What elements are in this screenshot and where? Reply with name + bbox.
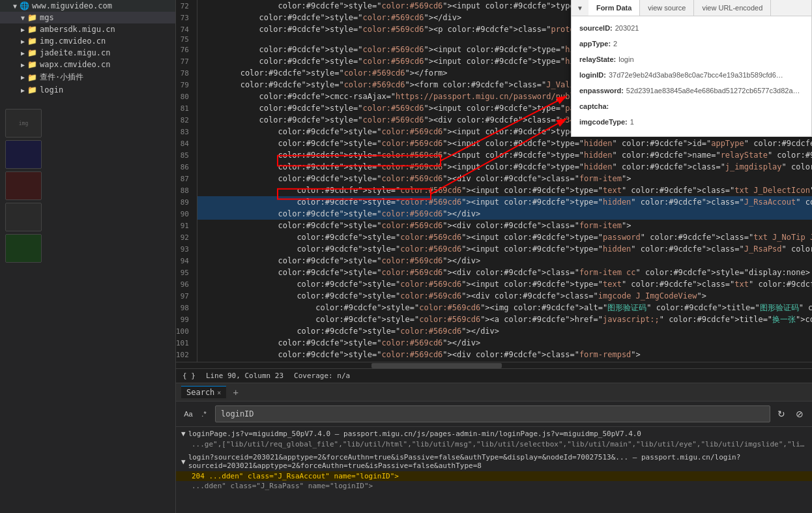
tab-view-source[interactable]: view source [640,0,694,16]
sidebar-item-wapx[interactable]: ▶ 📁 wapx.cmvideo.cn [0,59,175,70]
line-number: 204 [192,472,205,480]
case-sensitive-button[interactable]: Aa [181,407,196,421]
result-group-2: ▼ login?sourceid=203021&apptype=2&forceA… [176,450,812,492]
line-code[interactable]: color:#9cdcfe">style="color:#569cd6"><in… [197,149,812,161]
sidebar-item-jadeite[interactable]: ▶ 📁 jadeite.migu.cn [0,47,175,59]
line-code[interactable]: color:#9cdcfe">style="color:#569cd6"><in… [197,278,812,290]
result-group-1: ▼ loginPage.js?v=miguidmp_50pV7.4.0 — pa… [176,427,812,450]
line-code[interactable]: color:#9cdcfe">style="color:#569cd6"><in… [197,184,812,196]
add-tab-button[interactable]: + [229,386,242,399]
line-code[interactable]: color:#9cdcfe">style="color:#569cd6"><di… [197,290,812,302]
form-data-row: captcha: [579,100,804,113]
sidebar-item-img[interactable]: ▶ 📁 img.cmvideo.cn [0,35,175,47]
refresh-button[interactable]: ↻ [774,407,789,421]
line-code[interactable]: color:#9cdcfe">style="color:#569cd6"><in… [197,138,812,149]
clear-button[interactable]: ⊘ [792,407,807,421]
folder-icon: 📁 [27,48,37,57]
horizontal-scrollbar[interactable] [176,362,812,368]
scrollbar-thumb[interactable] [371,363,502,368]
form-data-row: loginID:37d72e9eb24d3aba98e8c0ac7bcc4e19… [579,68,804,81]
form-data-value: 37d72e9eb24d3aba98e8c0ac7bcc4e19a31b589c… [609,68,785,81]
result-line-1-2[interactable]: ...ge",["lib/util/req_global_file","lib/… [176,439,812,449]
folder-icon: 📁 [27,37,37,46]
line-number: 72 [176,0,197,12]
search-tab-label: Search [186,388,214,397]
sidebar-label: img.cmvideo.cn [40,37,106,46]
table-row: 88 color:#9cdcfe">style="color:#569cd6">… [176,184,812,196]
table-row: 96 color:#9cdcfe">style="color:#569cd6">… [176,278,812,290]
sidebar-item-root[interactable]: ▼ 🌐 www.miguvideo.com [0,0,175,12]
line-code[interactable]: color:#9cdcfe">style="color:#569cd6"><di… [197,173,812,184]
expand-arrow: ▶ [21,50,25,57]
line-code[interactable]: color:#9cdcfe">style="color:#569cd6"><a … [197,314,812,325]
form-data-value: 1 [630,115,634,128]
line-number: 81 [176,102,197,114]
line-number: 85 [176,149,197,161]
line-code[interactable]: color:#9cdcfe">style="color:#569cd6"><di… [197,349,812,360]
search-input[interactable] [215,405,770,422]
code-editor[interactable]: 72 color:#9cdcfe">style="color:#569cd6">… [176,0,812,362]
line-number: 88 [176,184,197,196]
search-results[interactable]: ▼ loginPage.js?v=miguidmp_50pV7.4.0 — pa… [176,427,812,513]
line-number: 98 [176,302,197,314]
thumbnail-item [5,140,42,169]
form-data-key: loginID: [579,68,606,81]
form-data-row: appType:2 [579,37,804,50]
form-data-key: captcha: [579,100,609,113]
line-code[interactable]: color:#9cdcfe">style="color:#569cd6"><in… [197,243,812,255]
line-code[interactable]: color:#9cdcfe">style="color:#569cd6"><in… [197,231,812,243]
regex-button[interactable]: .* [197,407,211,421]
line-code[interactable]: color:#9cdcfe">style="color:#569cd6"></d… [197,255,812,267]
line-number: 79 [176,79,197,91]
sidebar-label: ambersdk.migu.cn [40,25,115,34]
file-label: loginPage.js?v=miguidmp_50pV7.4.0 — pass… [188,430,641,438]
line-code[interactable]: color:#9cdcfe">style="color:#569cd6"><in… [197,196,812,208]
form-data-content: sourceID:203021appType:2relayState:login… [572,16,811,136]
line-code[interactable]: color:#9cdcfe">style="color:#569cd6"></d… [197,337,812,349]
result-line-2-205[interactable]: ...dden" class="J_RsaPass" name="loginID… [176,481,812,491]
line-number: 78 [176,67,197,79]
line-code[interactable]: color:#9cdcfe">style="color:#569cd6"><di… [197,267,812,278]
table-row: 102 color:#9cdcfe">style="color:#569cd6"… [176,349,812,360]
line-code[interactable]: color:#9cdcfe">style="color:#569cd6"></d… [197,208,812,220]
form-data-key: enpassword: [579,84,624,97]
thumbnail-item [5,171,42,200]
line-number: 87 [176,173,197,184]
line-number: 99 [176,314,197,325]
line-code[interactable]: color:#9cdcfe">style="color:#569cd6"><in… [197,161,812,173]
line-code[interactable]: color:#9cdcfe">style="color:#569cd6"><di… [197,220,812,231]
search-tab-close[interactable]: × [217,389,221,396]
file-label: login?sourceid=203021&apptype=2&forceAut… [188,453,807,470]
result-line-2-204[interactable]: 204 ...dden" class="J_RsaAccout" name="l… [176,471,812,481]
result-file-2[interactable]: ▼ login?sourceid=203021&apptype=2&forceA… [176,452,812,471]
tab-url-encoded[interactable]: view URL-encoded [694,0,771,16]
collapse-arrow[interactable]: ▼ [572,2,588,14]
table-row: 87 color:#9cdcfe">style="color:#569cd6">… [176,173,812,184]
result-file-1[interactable]: ▼ loginPage.js?v=miguidmp_50pV7.4.0 — pa… [176,428,812,439]
form-data-value: login [618,53,633,66]
line-code[interactable]: color:#9cdcfe">style="color:#569cd6"></d… [197,325,812,337]
table-row: 101 color:#9cdcfe">style="color:#569cd6"… [176,337,812,349]
search-tabs-bar: Search × + [176,383,812,402]
site-icon: 🌐 [20,1,29,10]
form-data-key: sourceID: [579,22,613,35]
line-number: 90 [176,208,197,220]
sidebar-item-mgs[interactable]: ▼ 📁 mgs [0,12,175,23]
line-code[interactable]: color:#9cdcfe">style="color:#569cd6"><di… [197,360,812,362]
sidebar-item-login[interactable]: ▶ 📁 login [0,84,175,96]
tab-search[interactable]: Search × [181,386,226,398]
expand-arrow: ▶ [21,87,25,94]
sidebar-item-plugin[interactable]: ▶ 📁 查件·小插件 [0,70,175,84]
thumbnail-item [5,234,42,263]
sidebar-item-ambersdk[interactable]: ▶ 📁 ambersdk.migu.cn [0,23,175,35]
line-code[interactable]: color:#9cdcfe">style="color:#569cd6"><im… [197,302,812,314]
table-row: 86 color:#9cdcfe">style="color:#569cd6">… [176,161,812,173]
table-row: 95 color:#9cdcfe">style="color:#569cd6">… [176,267,812,278]
form-data-tabs: ▼ Form Data view source view URL-encoded [572,0,811,16]
folder-icon: 📁 [27,73,37,82]
tab-form-data[interactable]: Form Data [588,0,640,16]
line-number: 96 [176,278,197,290]
line-col-indicator: Line 90, Column 23 [206,372,283,380]
table-row: 103 color:#9cdcfe">style="color:#569cd6"… [176,360,812,362]
form-data-key: imgcodeType: [579,115,628,128]
